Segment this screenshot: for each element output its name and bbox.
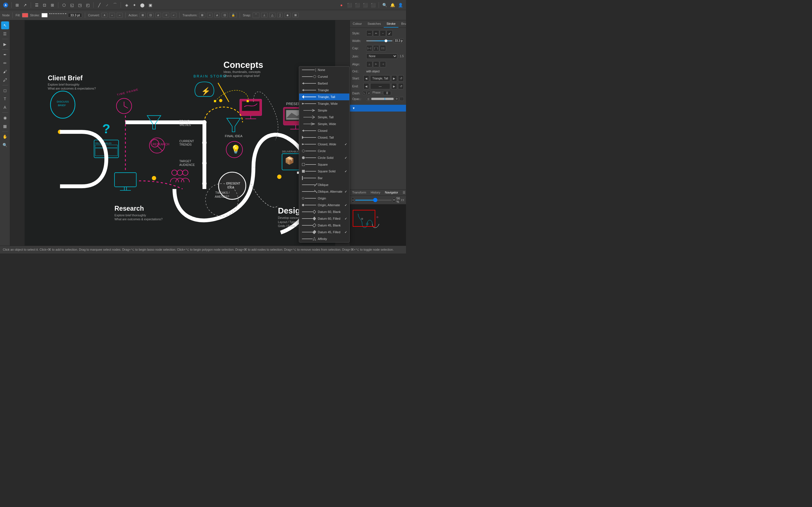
transform-btn5[interactable]: 🔒 (230, 13, 237, 17)
app-switch1[interactable]: ⬛ (346, 2, 353, 8)
app-icon[interactable]: A (2, 2, 9, 8)
play-tool[interactable]: ▶ (1, 40, 9, 48)
view-icon3[interactable]: ⊞ (49, 2, 56, 8)
account-icon[interactable]: 👤 (397, 2, 404, 8)
align-btn-inside[interactable]: ⊢ (373, 61, 379, 67)
cap-btn-square[interactable]: |□| (380, 45, 386, 51)
text-tool2[interactable]: A (1, 103, 9, 111)
search-icon[interactable]: 🔍 (381, 2, 388, 8)
dd-item-closed[interactable]: Closed (299, 127, 349, 134)
end-prev-btn[interactable]: ◀ (363, 83, 369, 89)
shape-tool[interactable]: ◻ (1, 87, 9, 94)
convert-btn3[interactable]: ⌢ (117, 13, 123, 18)
mode-icon1[interactable]: ◈ (123, 2, 130, 8)
dd-item-oblique[interactable]: Oblique (299, 181, 349, 188)
phase-input[interactable]: 0 (383, 91, 391, 95)
hand-tool[interactable]: ✋ (1, 133, 9, 140)
dd-item-datum60-blank[interactable]: Datum 60, Blank (299, 209, 349, 215)
arrange-icon3[interactable]: ◳ (77, 2, 83, 8)
snap-btn1[interactable]: ⌒ (253, 12, 259, 18)
pencil-tool[interactable]: ✏ (1, 59, 9, 67)
node-tool[interactable]: ↖ (1, 21, 9, 29)
join-select[interactable]: None Miter Round Bevel (366, 54, 397, 59)
app-switch2[interactable]: ⬛ (354, 2, 361, 8)
zoom-in-btn[interactable]: + (393, 198, 395, 203)
width-slider-thumb[interactable] (385, 40, 388, 42)
tab-swatches[interactable]: Swatches (364, 20, 384, 27)
nav-tab-navigator[interactable]: Navigator (383, 189, 400, 195)
dd-item-datum45-filled[interactable]: Datum 45, Filled ✓ (299, 229, 349, 235)
action-btn2[interactable]: ⊡ (147, 13, 154, 17)
share-icon[interactable]: ↗ (22, 2, 29, 8)
transform-btn1[interactable]: ⊞ (199, 13, 205, 17)
fill-swatch[interactable] (22, 13, 28, 17)
tool-icon2[interactable]: ⟋ (104, 2, 110, 8)
start-reset-btn[interactable]: ↺ (398, 75, 404, 81)
end-next-btn[interactable]: ▶ (391, 83, 397, 89)
style-btn-solid[interactable]: — (366, 30, 372, 36)
arrange-icon2[interactable]: ◱ (68, 2, 75, 8)
stroke-swatch[interactable] (42, 13, 48, 17)
dd-item-square-solid[interactable]: Square Solid ✓ (299, 168, 349, 175)
zoom-fit-btn[interactable]: ⊡ (401, 198, 404, 203)
action-btn1[interactable]: ⊞ (140, 13, 146, 17)
start-value-btn[interactable]: Triangle, Tall (370, 75, 390, 81)
opacity-more-btn[interactable]: ⋮ (400, 97, 404, 101)
notification-icon[interactable]: 🔔 (389, 2, 396, 8)
zoom-out-btn[interactable]: − (352, 198, 354, 203)
dd-item-barbed[interactable]: Barbed (299, 80, 349, 87)
dd-item-origin[interactable]: Origin (299, 195, 349, 202)
width-value-input[interactable]: 33.3 pt (394, 39, 404, 43)
pen-tool[interactable]: ✒ (1, 51, 9, 59)
action-btn3[interactable]: ⌀ (155, 13, 161, 17)
arrange-icon1[interactable]: ⬡ (61, 2, 67, 8)
fill-tool[interactable]: ◉ (1, 114, 9, 122)
dd-item-curved[interactable]: Curved (299, 73, 349, 80)
dd-item-simple-tall[interactable]: Simple, Tall (299, 114, 349, 121)
nav-tab-transform[interactable]: Transform (350, 189, 368, 195)
cap-btn-round[interactable]: |⌒| (373, 45, 379, 51)
dd-item-simple[interactable]: Simple (299, 107, 349, 114)
dd-item-oblique-alt[interactable]: Oblique, Alternate ✓ (299, 188, 349, 195)
dd-item-triangle-wide[interactable]: Triangle, Wide (299, 100, 349, 107)
transform-btn2[interactable]: ○ (207, 13, 213, 17)
paint-tool[interactable]: 🖍 (1, 76, 9, 84)
app-switch3[interactable]: ⬛ (362, 2, 368, 8)
dd-item-circle-solid[interactable]: Circle Solid ✓ (299, 154, 349, 161)
snap-btn6[interactable]: ⊠ (292, 13, 299, 17)
tab-colour[interactable]: Colour (350, 20, 364, 27)
tab-brushes[interactable]: Brushes (398, 20, 406, 27)
dash-btn2[interactable]: ⌀ (367, 91, 371, 95)
move-tool[interactable]: ☰ (1, 30, 9, 38)
view-icon1[interactable]: ☰ (33, 2, 40, 8)
dd-item-datum45-blank[interactable]: Datum 45, Blank (299, 222, 349, 229)
tool-icon1[interactable]: ╱ (96, 2, 103, 8)
dd-item-none[interactable]: | None (299, 66, 349, 73)
snap-btn5[interactable]: ◈ (285, 13, 291, 17)
gradient-tool[interactable]: ▦ (1, 122, 9, 130)
arrange-icon4[interactable]: ◰ (84, 2, 91, 8)
zoom-slider[interactable] (355, 200, 392, 201)
width-slider[interactable] (366, 40, 393, 41)
brush-tool[interactable]: 🖌 (1, 68, 9, 75)
snap-btn4[interactable]: ⌡ (277, 13, 283, 17)
transform-btn3[interactable]: ⌀ (214, 13, 220, 17)
start-next-btn[interactable]: ▶ (391, 75, 397, 81)
transform-btn4[interactable]: ⊡ (221, 13, 228, 17)
dd-item-square[interactable]: Square (299, 161, 349, 168)
tool-icon3[interactable]: ⌒ (112, 2, 118, 8)
style-btn-dash[interactable]: ╌ (380, 30, 386, 36)
dd-item-closed-wide[interactable]: Closed, Wide ✓ (299, 141, 349, 148)
action-btn5[interactable]: ⌐ (171, 13, 176, 17)
grid-icon[interactable]: ⊞ (14, 2, 20, 8)
opacity-btn[interactable]: ☰ (366, 97, 370, 101)
nav-tab-history[interactable]: History (368, 189, 383, 195)
align-btn-center[interactable]: ⊥ (366, 61, 372, 67)
selected-layer-bar[interactable]: ▼ (350, 105, 406, 112)
dd-item-closed-tall[interactable]: Closed, Tall (299, 134, 349, 141)
action-btn4[interactable]: ⊣ (163, 13, 169, 17)
app-switch4[interactable]: ⬛ (370, 2, 376, 8)
color-picker[interactable]: ● (338, 2, 345, 8)
dd-item-bar[interactable]: Bar (299, 175, 349, 181)
dd-item-origin-alt[interactable]: Origin, Alternate ✓ (299, 202, 349, 209)
